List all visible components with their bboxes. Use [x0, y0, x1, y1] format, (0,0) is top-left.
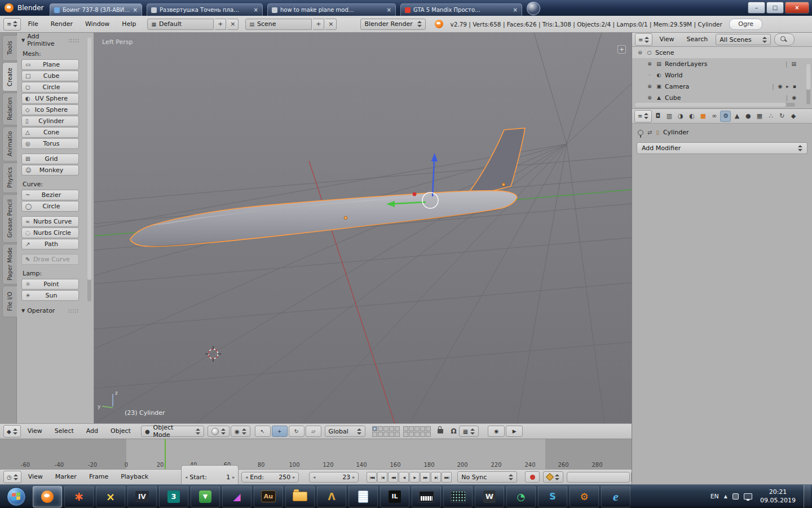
layer-cell[interactable]: [414, 426, 420, 431]
add-curve-circle-button[interactable]: ◯Circle: [21, 201, 79, 212]
render-engine-dropdown[interactable]: Blender Render: [360, 19, 426, 30]
taskbar-idm[interactable]: ▼: [191, 486, 220, 507]
layer-cell[interactable]: [395, 426, 400, 431]
add-cube-button[interactable]: □Cube: [21, 71, 79, 81]
tab-object[interactable]: ■: [698, 111, 708, 122]
layers-widget[interactable]: [372, 426, 431, 437]
snap-magnet-icon[interactable]: Ω: [451, 427, 457, 435]
screen-layout-selector[interactable]: ▦ Default: [147, 19, 214, 30]
taskbar-midi-app[interactable]: [412, 486, 441, 507]
tab-render[interactable]: ◘: [652, 111, 663, 122]
browser-tab[interactable]: how to make plane mod… ×: [267, 3, 396, 16]
add-modifier-dropdown[interactable]: Add Modifier: [637, 142, 807, 154]
layer-cell[interactable]: [426, 432, 431, 437]
taskbar-blender[interactable]: [33, 486, 62, 507]
tab-data[interactable]: ▲: [731, 111, 742, 122]
layer-cell[interactable]: [372, 432, 377, 437]
3d-cursor[interactable]: [205, 346, 221, 362]
record-button[interactable]: [525, 471, 540, 483]
shelf-tab-animation[interactable]: Animatio: [2, 126, 17, 161]
play-button[interactable]: ▶: [409, 472, 420, 483]
layer-cell[interactable]: [389, 432, 394, 437]
taskbar-il-app[interactable]: IL: [380, 486, 409, 507]
taskbar-gauge-app[interactable]: ◔: [506, 486, 536, 507]
add-path-button[interactable]: ↗Path: [21, 239, 79, 249]
tab-extra[interactable]: ◆: [788, 111, 798, 122]
layer-cell[interactable]: [372, 426, 377, 431]
menu-object[interactable]: Object: [105, 424, 136, 439]
taskbar-3ds-max[interactable]: 3: [159, 486, 188, 507]
layer-cell[interactable]: [420, 432, 425, 437]
delete-layout-button[interactable]: ×: [227, 19, 239, 30]
minimize-button[interactable]: –: [748, 2, 765, 14]
shelf-tab-tools[interactable]: Tools: [2, 35, 17, 61]
tab-world[interactable]: ◐: [686, 111, 697, 122]
add-sun-lamp-button[interactable]: ☀Sun: [21, 290, 79, 301]
editor-type-button[interactable]: ≡: [634, 110, 652, 122]
layer-cell[interactable]: [403, 432, 408, 437]
menu-file[interactable]: File: [22, 17, 43, 32]
outliner-row-cube[interactable]: ⊕ ▲ Cube | ◉: [632, 92, 812, 103]
language-indicator[interactable]: EN: [710, 493, 719, 500]
outliner-row-world[interactable]: · ◐ World: [632, 69, 812, 81]
shelf-tab-grease-pencil[interactable]: Grease Pencil: [2, 194, 17, 243]
menu-playback[interactable]: Playback: [115, 470, 154, 484]
outliner-row-camera[interactable]: ⊕ ▣ Camera | ◉ ▸ ▪: [632, 81, 812, 92]
manipulator-pointer-button[interactable]: ↖: [255, 426, 271, 437]
shelf-tab-relation[interactable]: Relation: [2, 93, 17, 125]
layer-cell[interactable]: [383, 426, 389, 431]
prev-frame-button[interactable]: ◀◀: [388, 472, 398, 483]
add-plane-button[interactable]: ▭Plane: [21, 59, 79, 70]
keying-dropdown[interactable]: [543, 471, 563, 483]
next-keyframe-button[interactable]: ▶|: [431, 472, 441, 483]
layer-cell[interactable]: [420, 426, 425, 431]
add-uv-sphere-button[interactable]: ◐UV Sphere: [21, 93, 79, 104]
outliner-hscrollbar[interactable]: [635, 103, 795, 107]
titlebar-round-button[interactable]: [527, 2, 540, 15]
add-scene-button[interactable]: +: [313, 19, 324, 30]
jump-start-button[interactable]: |◀◀: [367, 472, 377, 483]
menu-select[interactable]: Select: [49, 424, 80, 439]
add-primitive-panel-header[interactable]: ▼ Add Primitive: [21, 35, 79, 45]
browser-tab[interactable]: GTA 5 Mandix Просто… ×: [400, 3, 522, 16]
viewport-shading-dropdown[interactable]: [208, 426, 230, 437]
pin-icon[interactable]: [638, 130, 643, 135]
tab-texture[interactable]: ▦: [754, 111, 765, 122]
add-ico-sphere-button[interactable]: ◇Ico Sphere: [21, 104, 79, 115]
taskbar-explorer[interactable]: [285, 486, 315, 507]
tab-close-icon[interactable]: ×: [254, 7, 258, 13]
rotate-manipulator-button[interactable]: ↻: [289, 426, 304, 437]
next-frame-button[interactable]: ▶▶: [420, 472, 430, 483]
editor-type-button[interactable]: ≡: [3, 18, 21, 30]
taskbar-gta-iv[interactable]: IV: [127, 486, 157, 507]
visibility-eye-icon[interactable]: ◉: [778, 84, 783, 89]
expand-icon[interactable]: ⊕: [646, 84, 653, 89]
renderlayer-toggle-icon[interactable]: ▤: [791, 61, 796, 67]
tab-render-layers[interactable]: ▥: [664, 111, 674, 122]
menu-add[interactable]: Add: [81, 424, 104, 439]
taskbar-w-app[interactable]: W: [475, 486, 504, 507]
translate-manipulator-button[interactable]: +: [272, 426, 288, 437]
taskbar-compass-app[interactable]: Λ: [317, 486, 346, 507]
end-frame-field[interactable]: ◂ End: 250 ▸: [241, 472, 299, 483]
layer-cell[interactable]: [414, 432, 420, 437]
layer-cell[interactable]: [383, 432, 389, 437]
scale-manipulator-button[interactable]: ▱: [306, 426, 321, 437]
timeline-ruler[interactable]: -60 -40 -20 0 20 40 60 80 100 120 140 16…: [0, 439, 632, 470]
tab-particles[interactable]: ∴: [765, 111, 776, 122]
tab-close-icon[interactable]: ×: [387, 7, 391, 13]
collapse-icon[interactable]: ⊖: [637, 50, 643, 55]
layer-cell[interactable]: [409, 432, 414, 437]
taskbar-vegas[interactable]: ◢: [222, 486, 251, 507]
layer-cell[interactable]: [409, 426, 414, 431]
orientation-dropdown[interactable]: Global: [325, 426, 365, 437]
pivot-dropdown[interactable]: ◉: [231, 426, 250, 437]
layer-cell[interactable]: [426, 426, 431, 431]
menu-window[interactable]: Window: [80, 17, 115, 32]
outliner-row-scene[interactable]: ⊖ ○ Scene: [632, 47, 812, 58]
add-monkey-button[interactable]: ☺Monkey: [21, 165, 79, 176]
operator-panel-header[interactable]: ▼ Operator: [21, 305, 79, 316]
layer-cell[interactable]: [378, 426, 383, 431]
close-button[interactable]: ×: [785, 2, 809, 14]
context-browse-icon[interactable]: ⇄: [647, 129, 652, 135]
